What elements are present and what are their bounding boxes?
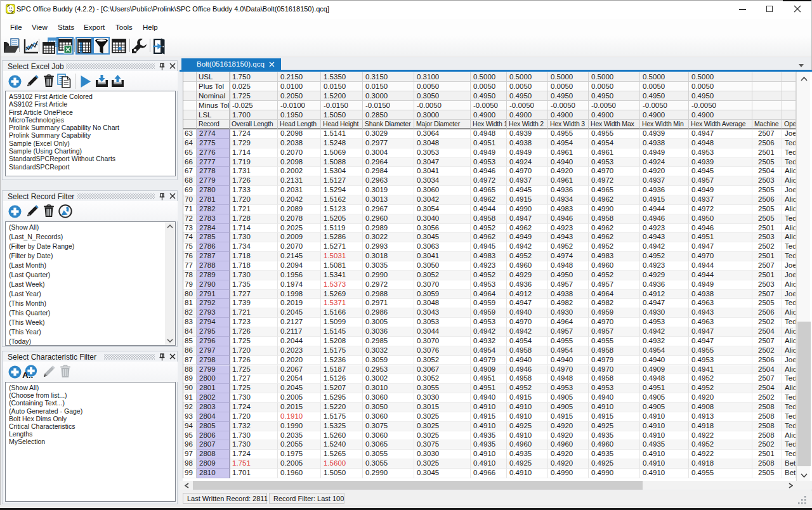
svg-text:A..: A.. [22, 370, 33, 380]
